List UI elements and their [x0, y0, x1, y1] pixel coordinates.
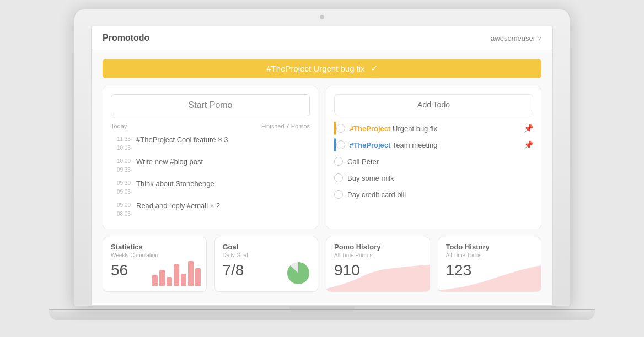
bar-chart [152, 258, 201, 286]
pie-chart [285, 259, 312, 287]
pin-icon[interactable]: 📌 [524, 140, 533, 149]
todo-list: #TheProject Urgent bug fix 📌 #TheProject… [334, 122, 533, 201]
active-task-label: #TheProject Urgent bug fix [266, 64, 364, 73]
pomo-time: 11:3510:15 [111, 135, 131, 153]
pomo-history-chart [326, 264, 430, 291]
todo-text: #TheProject Urgent bug fix [350, 124, 519, 133]
pomo-session: 09:3009:05 Think about Stonehenge [111, 179, 310, 197]
todo-circle[interactable] [336, 140, 345, 149]
todo-accent [334, 122, 336, 135]
bar [174, 264, 179, 286]
todo-text: Call Peter [347, 157, 533, 166]
todo-history-label: Todo History [446, 243, 534, 251]
finished-label: Finished 7 Pomos [261, 123, 310, 129]
pomo-panel: Start Pomo Today Finished 7 Pomos 11:351… [103, 86, 318, 229]
todo-history-sublabel: All Time Todos [446, 252, 534, 258]
todo-circle[interactable] [334, 190, 343, 199]
laptop-body: Promotodo awesomeuser ∨ #TheProject Urge… [74, 9, 570, 306]
active-task-banner: #TheProject Urgent bug fix ✓ [103, 59, 541, 78]
bar [159, 270, 165, 286]
todo-accent [334, 138, 336, 151]
pomo-session: 11:3510:15 #TheProject Cool feature × 3 [111, 135, 310, 153]
chevron-down-icon: ∨ [538, 35, 541, 41]
bar [195, 268, 201, 286]
statistics-label: Statistics [111, 243, 198, 251]
pin-icon[interactable]: 📌 [524, 124, 533, 133]
main-columns: Start Pomo Today Finished 7 Pomos 11:351… [103, 86, 541, 229]
todo-item: Buy some milk [334, 171, 533, 184]
todo-item: #TheProject Team meeting 📌 [334, 138, 533, 151]
todo-text: Buy some milk [347, 174, 533, 182]
pomo-time: 09:0008:05 [111, 201, 131, 219]
todo-tag: #TheProject [350, 141, 390, 149]
todo-panel: #TheProject Urgent bug fix 📌 #TheProject… [326, 86, 541, 229]
stat-card-statistics: Statistics Weekly Cumulation 56 [103, 237, 207, 292]
pomo-session: 09:0008:05 Read and reply #email × 2 [111, 201, 310, 219]
laptop-base [49, 309, 595, 320]
start-pomo-button[interactable]: Start Pomo [111, 94, 310, 116]
todo-text: #TheProject Team meeting [350, 141, 519, 149]
pomo-task: Think about Stonehenge [136, 179, 214, 189]
pomo-sessions: 11:3510:15 #TheProject Cool feature × 3 … [111, 135, 310, 219]
pomo-task: Read and reply #email × 2 [136, 201, 220, 211]
app-header: Promotodo awesomeuser ∨ [92, 26, 552, 50]
username: awesomeuser [491, 34, 535, 42]
app-content: #TheProject Urgent bug fix ✓ Start Pomo … [92, 50, 552, 303]
user-menu[interactable]: awesomeuser ∨ [491, 34, 541, 42]
laptop-notch [289, 306, 355, 309]
pomo-task: Write new #blog post [136, 157, 203, 167]
todo-circle[interactable] [334, 157, 343, 166]
pomo-time: 10:0009:35 [111, 157, 131, 175]
today-label: Today [111, 123, 127, 129]
pomo-task: #TheProject Cool feature × 3 [136, 135, 228, 145]
stat-card-goal: Goal Daily Goal 7/8 [214, 237, 319, 292]
laptop-wrapper: Promotodo awesomeuser ∨ #TheProject Urge… [74, 9, 570, 328]
todo-circle[interactable] [334, 173, 343, 182]
pomo-time: 09:3009:05 [111, 179, 131, 197]
goal-label: Goal [223, 243, 310, 251]
add-todo-input[interactable] [334, 94, 533, 115]
laptop-screen: Promotodo awesomeuser ∨ #TheProject Urge… [91, 26, 553, 306]
pomo-stats-row: Today Finished 7 Pomos [111, 123, 310, 129]
bar [188, 261, 194, 286]
pomo-history-sublabel: All Time Pomos [334, 252, 422, 258]
todo-item: #TheProject Urgent bug fix 📌 [334, 122, 533, 135]
bar [167, 277, 172, 286]
app-title: Promotodo [103, 33, 149, 43]
laptop-camera [320, 15, 324, 19]
bar [181, 274, 186, 286]
stat-card-todo-history: Todo History All Time Todos 123 [438, 237, 542, 292]
todo-text: Pay credit card bill [347, 191, 533, 199]
statistics-sublabel: Weekly Cumulation [111, 252, 198, 258]
stat-card-pomo-history: Pomo History All Time Pomos 910 [326, 237, 430, 292]
todo-circle[interactable] [336, 124, 345, 133]
pomo-history-label: Pomo History [334, 243, 422, 251]
todo-item: Call Peter [334, 155, 533, 168]
pomo-session: 10:0009:35 Write new #blog post [111, 157, 310, 175]
bar [152, 275, 158, 286]
stats-row: Statistics Weekly Cumulation 56 Goal Dai… [103, 237, 541, 292]
todo-tag: #TheProject [350, 124, 390, 133]
todo-history-chart [438, 264, 542, 291]
check-icon: ✓ [371, 63, 378, 74]
goal-sublabel: Daily Goal [223, 252, 310, 258]
todo-item: Pay credit card bill [334, 188, 533, 201]
